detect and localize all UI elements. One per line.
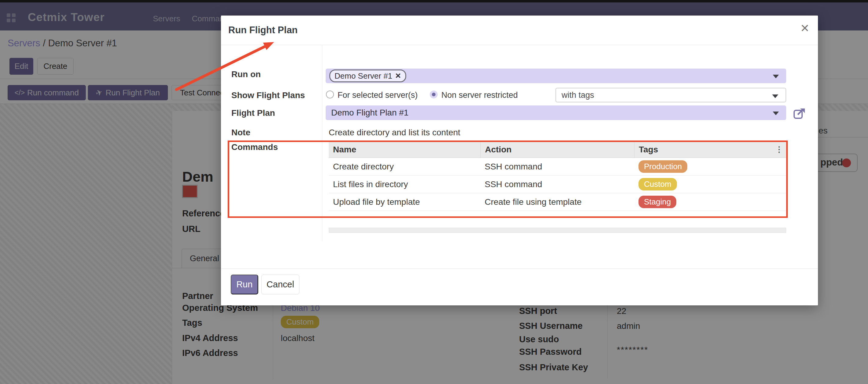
annotation-arrow: [169, 37, 282, 96]
chevron-down-icon: [773, 75, 779, 78]
server-chip: Demo Server #1 ✕: [329, 69, 406, 82]
tags-filter-select[interactable]: with tags: [555, 88, 786, 102]
horizontal-scrollbar[interactable]: [329, 228, 786, 233]
chevron-down-icon: [773, 111, 779, 115]
chip-remove-icon[interactable]: ✕: [395, 72, 401, 80]
chevron-down-icon: [772, 95, 778, 98]
cancel-button[interactable]: Cancel: [261, 275, 300, 294]
close-icon[interactable]: ✕: [800, 23, 809, 34]
flight-plan-select[interactable]: Demo Flight Plan #1: [326, 105, 786, 120]
run-button[interactable]: Run: [231, 275, 258, 294]
run-on-field[interactable]: Demo Server #1 ✕: [326, 69, 786, 83]
external-link-icon[interactable]: [793, 108, 805, 119]
note-value: Create directory and list its content: [329, 128, 460, 137]
modal-title: Run Flight Plan: [228, 25, 298, 36]
radio-for-selected-servers[interactable]: [326, 91, 334, 98]
screen: Cetmix Tower Servers Commands Files Tool…: [0, 0, 868, 384]
note-label: Note: [231, 128, 250, 137]
radio-for-selected-servers-label[interactable]: For selected server(s): [338, 91, 418, 100]
radio-non-server-restricted[interactable]: [430, 91, 438, 98]
flight-plan-label: Flight Plan: [231, 108, 275, 118]
radio-non-server-restricted-label[interactable]: Non server restricted: [441, 91, 518, 100]
annotation-rectangle: [228, 140, 788, 218]
